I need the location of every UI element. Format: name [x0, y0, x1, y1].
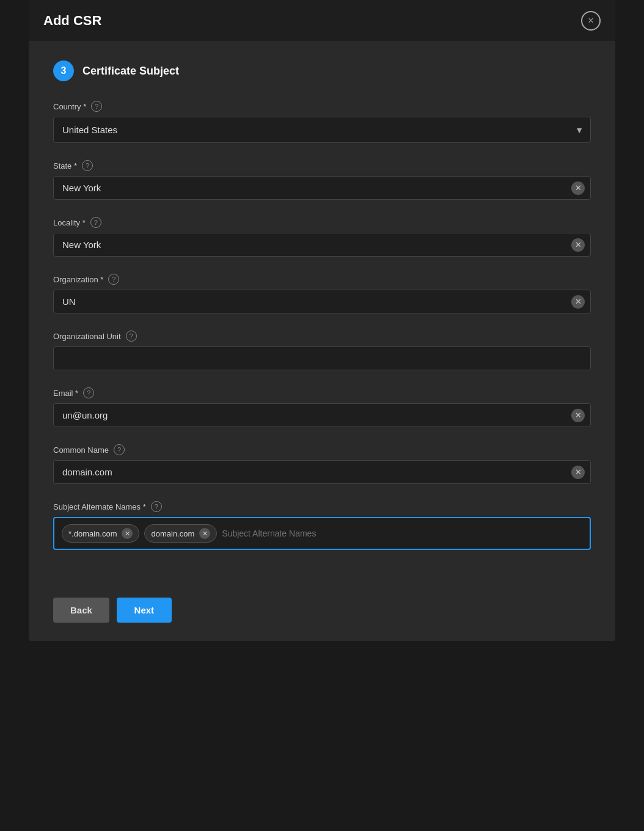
- locality-input[interactable]: [53, 233, 591, 257]
- san-tag-2-remove-button[interactable]: ✕: [199, 528, 210, 539]
- san-tag-1-label: *.domain.com: [68, 529, 117, 538]
- organization-clear-button[interactable]: ✕: [571, 295, 585, 309]
- common-name-clear-button[interactable]: ✕: [571, 466, 585, 479]
- section-title: Certificate Subject: [82, 65, 179, 78]
- org-unit-help-icon[interactable]: ?: [126, 331, 137, 342]
- email-input-wrapper: ✕: [53, 403, 591, 427]
- locality-input-wrapper: ✕: [53, 233, 591, 257]
- organization-input-wrapper: ✕: [53, 290, 591, 313]
- state-input-wrapper: ✕: [53, 176, 591, 200]
- section-header: 3 Certificate Subject: [53, 60, 591, 81]
- modal-body: 3 Certificate Subject Country * ? United…: [29, 42, 615, 585]
- email-input[interactable]: [53, 403, 591, 427]
- state-clear-button[interactable]: ✕: [571, 181, 585, 195]
- state-field-group: State * ? ✕: [53, 160, 591, 200]
- state-input[interactable]: [53, 176, 591, 200]
- organization-input[interactable]: [53, 290, 591, 313]
- state-label: State * ?: [53, 160, 591, 171]
- common-name-label: Common Name ?: [53, 444, 591, 455]
- org-unit-label: Organizational Unit ?: [53, 331, 591, 342]
- locality-help-icon[interactable]: ?: [90, 217, 101, 228]
- org-unit-field-group: Organizational Unit ?: [53, 331, 591, 370]
- san-help-icon[interactable]: ?: [151, 501, 162, 512]
- country-field-group: Country * ? United States Canada United …: [53, 101, 591, 143]
- san-tag-1: *.domain.com ✕: [62, 524, 139, 543]
- email-label: Email * ?: [53, 387, 591, 398]
- org-unit-input[interactable]: [53, 346, 591, 370]
- san-container[interactable]: *.domain.com ✕ domain.com ✕: [53, 517, 591, 550]
- email-clear-button[interactable]: ✕: [571, 409, 585, 422]
- organization-field-group: Organization * ? ✕: [53, 274, 591, 313]
- san-field-group: Subject Alternate Names * ? *.domain.com…: [53, 501, 591, 550]
- locality-label: Locality * ?: [53, 217, 591, 228]
- san-tag-2-label: domain.com: [151, 529, 194, 538]
- next-button[interactable]: Next: [117, 598, 172, 623]
- modal-footer: Back Next: [29, 585, 615, 641]
- organization-help-icon[interactable]: ?: [108, 274, 119, 285]
- san-tag-2: domain.com ✕: [144, 524, 217, 543]
- step-badge: 3: [53, 60, 74, 81]
- country-label: Country * ?: [53, 101, 591, 112]
- modal-title: Add CSR: [43, 13, 101, 29]
- org-unit-input-wrapper: [53, 346, 591, 370]
- country-select[interactable]: United States Canada United Kingdom Germ…: [53, 117, 591, 143]
- back-button[interactable]: Back: [53, 598, 109, 623]
- email-field-group: Email * ? ✕: [53, 387, 591, 427]
- add-csr-modal: Add CSR × 3 Certificate Subject Country …: [29, 0, 615, 641]
- country-select-wrapper: United States Canada United Kingdom Germ…: [53, 117, 591, 143]
- common-name-input[interactable]: [53, 460, 591, 484]
- state-help-icon[interactable]: ?: [82, 160, 93, 171]
- common-name-field-group: Common Name ? ✕: [53, 444, 591, 484]
- locality-field-group: Locality * ? ✕: [53, 217, 591, 257]
- common-name-help-icon[interactable]: ?: [114, 444, 125, 455]
- san-tag-1-remove-button[interactable]: ✕: [122, 528, 133, 539]
- san-input[interactable]: [222, 529, 582, 538]
- san-label: Subject Alternate Names * ?: [53, 501, 591, 512]
- organization-label: Organization * ?: [53, 274, 591, 285]
- common-name-input-wrapper: ✕: [53, 460, 591, 484]
- locality-clear-button[interactable]: ✕: [571, 238, 585, 252]
- close-button[interactable]: ×: [581, 11, 601, 31]
- email-help-icon[interactable]: ?: [83, 387, 94, 398]
- modal-header: Add CSR ×: [29, 0, 615, 42]
- country-help-icon[interactable]: ?: [91, 101, 102, 112]
